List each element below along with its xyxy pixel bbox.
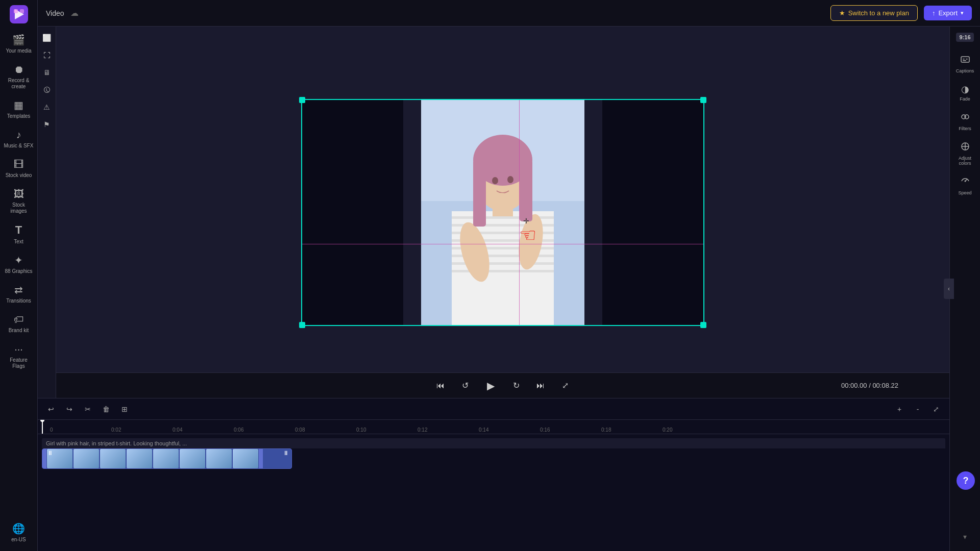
brand-icon: 🏷 [14,313,24,325]
sidebar-item-templates[interactable]: ▦ Templates [2,95,36,123]
sidebar-item-language[interactable]: 🌐 en-US [2,518,36,547]
sidebar-item-your-media[interactable]: 🎬 Your media [2,30,36,58]
app-logo[interactable] [9,4,29,24]
timeline-toolbar: ↩ ↪ ✂ 🗑 ⊞ + - ⤢ [38,398,949,420]
clip-handle-left[interactable] [42,449,46,468]
cut-button[interactable]: ✂ [81,402,95,416]
speed-icon [960,176,970,189]
graphics-icon: ✦ [14,254,23,266]
timeline-tracks: Girl with pink hair, in striped t-shirt.… [38,434,949,551]
music-icon: ♪ [16,129,21,141]
canvas-black-right [602,99,704,326]
flag-tool-button[interactable]: ⚑ [40,117,54,132]
video-content-svg [421,99,584,326]
svg-point-23 [507,176,513,183]
filters-panel-item[interactable]: Filters [951,108,979,135]
redo-button[interactable]: ↪ [62,402,77,416]
sidebar-item-text[interactable]: T Text [2,219,36,249]
sidebar-item-music-sfx[interactable]: ♪ Music & SFX [2,124,36,153]
right-panel-chevron-down[interactable]: ▾ [963,533,967,541]
sidebar-item-brand-kit[interactable]: 🏷 Brand kit [2,309,36,338]
sidebar-item-feature-flags[interactable]: ··· Feature Flags [2,339,36,373]
your-media-icon: 🎬 [12,34,25,46]
fast-forward-button[interactable]: ↻ [508,378,524,394]
fullscreen-button[interactable]: ⤢ [557,378,573,394]
record-icon: ⏺ [14,63,24,76]
switch-plan-button[interactable]: ★ Switch to a new plan [830,5,918,21]
time-display: 00:00.00 / 00:08.22 [841,382,898,389]
fade-panel-item[interactable]: ◑ Fade [951,80,979,106]
svg-rect-20 [473,160,486,227]
feature-flags-icon: ··· [14,343,23,355]
alert-tool-button[interactable]: ⚠ [40,100,54,114]
svg-rect-26 [961,57,969,62]
right-panel-collapse-button[interactable]: ‹ [944,279,954,299]
video-background [421,99,584,326]
templates-icon: ▦ [14,99,23,111]
canvas-area: ✛ ☜ [56,27,949,398]
fade-icon: ◑ [961,84,969,95]
transitions-icon: ⇄ [14,284,23,296]
topbar-title: Video [46,9,64,17]
duplicate-button[interactable]: ⊞ [117,402,132,416]
speed-panel-item[interactable]: Speed [951,172,979,199]
transform-tool-button[interactable] [40,48,54,62]
clip-thumbnail-2 [74,449,99,468]
export-chevron-icon: ▾ [961,10,964,16]
sidebar-item-record-create[interactable]: ⏺ Record & create [2,59,36,94]
zoom-out-button[interactable]: - [911,402,925,416]
undo-button[interactable]: ↩ [44,402,58,416]
svg-rect-25 [497,196,501,206]
svg-rect-21 [520,160,532,221]
filters-icon [960,112,970,124]
svg-rect-28 [966,59,968,60]
svg-rect-2 [14,9,18,13]
language-icon: 🌐 [12,522,25,535]
clip-thumbnail-3 [100,449,126,468]
upload-icon: ↑ [932,9,936,17]
video-clip[interactable] [42,448,292,469]
zoom-in-button[interactable]: + [892,402,906,416]
canvas-black-left [301,99,403,326]
aspect-ratio-badge[interactable]: 9:16 [956,33,973,42]
playback-controls: ⏮ ↺ ▶ ↻ ⏭ ⤢ 00:00.00 / 00:08.22 [56,372,949,398]
skip-to-end-button[interactable]: ⏭ [532,378,549,394]
history-tool-button[interactable] [40,83,54,97]
sidebar-item-stock-video[interactable]: 🎞 Stock video [2,154,36,183]
clip-description-bar: Girl with pink hair, in striped t-shirt.… [42,438,945,448]
help-button[interactable]: ? [957,471,975,490]
cloud-save-icon[interactable]: ☁ [70,8,79,18]
svg-rect-29 [963,60,966,61]
timeline-ruler: 0 0:02 0:04 0:06 0:08 0:10 0:12 0:14 0:1… [38,420,949,434]
adjust-colors-panel-item[interactable]: Adjust colors [951,137,979,170]
canvas-wrapper: ✛ ☜ [301,99,704,326]
text-icon: T [15,223,22,237]
screen-tool-button[interactable]: 🖥 [40,65,54,80]
timeline: ↩ ↪ ✂ 🗑 ⊞ + - ⤢ 0 0:02 0:04 0:06 0:08 0:… [38,398,949,551]
stock-video-icon: 🎞 [14,158,24,170]
sidebar-item-transitions[interactable]: ⇄ Transitions [2,280,36,308]
sidebar-item-stock-images[interactable]: 🖼 Stock images [2,184,36,218]
delete-button[interactable]: 🗑 [99,402,113,416]
rewind-button[interactable]: ↺ [457,378,473,394]
canvas-grid-vertical [519,99,520,326]
playhead[interactable] [42,420,43,434]
skip-to-start-button[interactable]: ⏮ [432,378,449,394]
video-preview[interactable] [421,99,584,326]
crop-tool-button[interactable]: ⬜ [40,31,54,45]
svg-point-22 [492,177,498,184]
stock-images-icon: 🖼 [14,188,24,200]
export-button[interactable]: ↑ Export ▾ [924,6,972,20]
topbar: Video ☁ ★ Switch to a new plan ↑ Export … [38,0,980,27]
play-button[interactable]: ▶ [481,377,500,395]
captions-panel-item[interactable]: Captions [951,50,979,78]
clip-thumbnail-7 [206,449,232,468]
clip-thumbnail-4 [127,449,152,468]
timeline-zoom-controls: + - ⤢ [892,402,943,416]
sidebar-item-graphics[interactable]: ✦ 88 Graphics [2,250,36,279]
timeline-expand-button[interactable]: ⤢ [929,402,943,416]
clip-pause-right: ⏸ [283,449,289,457]
clip-thumbnail-6 [180,449,205,468]
clip-handle-right[interactable] [259,449,263,468]
svg-rect-14 [452,270,554,272]
